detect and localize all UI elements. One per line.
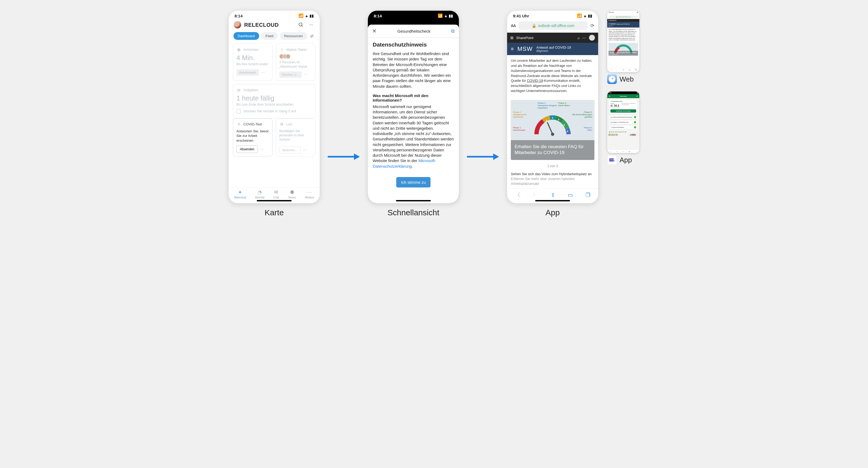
modal-sheet: ✕ Gesundheitscheck ⧉ Datenschutzhinweis … — [368, 25, 459, 203]
side-app-block: 4:39▮ ⚙Startseite✉ ⏱ Arbeitsfreie Zeit U… — [607, 92, 639, 165]
mini-app-header: ⚙Startseite✉ — [607, 94, 639, 98]
privacy-p1: Ihre Gesundheit und Ihr Wohlbefinden sin… — [373, 51, 454, 89]
svg-text:3: 3 — [552, 116, 553, 119]
ausstempeln-button[interactable]: Ausstempeln — [237, 69, 259, 76]
tab-weitere[interactable]: ⋯Weitere — [305, 189, 314, 199]
teams-app-icon: T — [607, 155, 617, 165]
svg-point-12 — [613, 158, 614, 160]
chat-icon: ✉ — [274, 189, 278, 195]
side-column: 9:41 Uhr▮ 🔒 outlook-sdf.office.com ⊞ Sha… — [607, 11, 639, 165]
more-icon: ⋯ — [307, 189, 312, 195]
mini-tabbar: ✦◔✉▣⋯ — [607, 149, 639, 153]
search-icon[interactable]: ⌕ — [578, 36, 580, 40]
mini-request-button[interactable]: Arbeitsfreie Zeit anfragen — [611, 109, 636, 112]
modal-body: Datenschutzhinweis Ihre Gesundheit und I… — [368, 38, 459, 203]
side-web-block: 9:41 Uhr▮ 🔒 outlook-sdf.office.com ⊞ Sha… — [607, 11, 639, 84]
wifi-icon: ▲ — [583, 14, 587, 18]
sharepoint-topbar: ⊞ SharePoint ⌕ ⋯ — [507, 33, 598, 43]
tabs-icon[interactable]: ❐ — [586, 192, 590, 198]
phone3-content: AA 🔒 outlook-sdf.office.com ⟳ ⊞ SharePoi… — [507, 20, 598, 203]
card-more-icon[interactable]: ⋯ — [260, 147, 264, 152]
menu-icon[interactable]: ≡ — [511, 46, 514, 52]
tab-relecloud[interactable]: ✦Relecloud — [234, 189, 246, 199]
card-more-icon[interactable]: ⋯ — [303, 148, 307, 152]
app-launcher-icon[interactable]: ⊞ — [510, 36, 514, 40]
side-label-app: App — [620, 156, 632, 164]
card-more-icon[interactable]: ⋯ — [304, 72, 308, 77]
tab-chat[interactable]: ✉Chat — [273, 189, 279, 199]
back-icon[interactable]: 〈 — [515, 191, 520, 198]
bookmarks-icon[interactable]: ▭ — [568, 192, 573, 198]
status-time: 8:14 — [374, 14, 382, 18]
agree-button[interactable]: Ich stimme zu — [396, 177, 431, 188]
svg-text:5: 5 — [564, 124, 565, 126]
chip-dashboard[interactable]: Dashboard — [234, 32, 259, 40]
task-row[interactable]: Stocken Sie Vorräte in Gang 5 auf — [237, 107, 312, 115]
privacy-p2: Microsoft sammelt nur genügend Informati… — [373, 104, 454, 169]
mini-row-1[interactable]: ▤ Arbeitszeittabellengenehmigungen2 — [609, 115, 638, 119]
mini-intro: Um unsere Mitarbeiter auf dem Laufenden … — [607, 28, 639, 42]
absenden-button[interactable]: Absenden — [237, 145, 258, 153]
forward-icon[interactable]: 〉 — [533, 191, 538, 198]
wifi-icon: ▲ — [305, 14, 308, 18]
mini-phone-app: 4:39▮ ⚙Startseite✉ ⏱ Arbeitsfreie Zeit U… — [607, 92, 639, 153]
card-covid-test[interactable]: ⚕COVID-Test Antworten Sie, bevor Sie zur… — [233, 119, 273, 157]
refresh-icon[interactable]: ⟳ — [590, 23, 594, 29]
arrow-icon — [328, 154, 360, 159]
card-schichten[interactable]: ▦Schichten 4 Min. Bis Ihre Schicht endet… — [233, 43, 273, 81]
people-avatars — [279, 54, 312, 59]
svg-point-1 — [312, 35, 313, 36]
diagram-stage: 8:14 📶 ▲ ▮▮ RELECLOUD ⋯ Dashboard — [8, 11, 860, 217]
battery-icon: ▮▮ — [588, 14, 592, 18]
avatar[interactable] — [234, 21, 242, 29]
status-time: 8:14 — [235, 14, 243, 18]
status-time: 9:41 Uhr — [513, 14, 529, 18]
text-size-icon[interactable]: AA — [511, 24, 516, 28]
caption-schnell: Schnellansicht — [388, 208, 439, 217]
close-icon[interactable]: ✕ — [372, 28, 377, 34]
covid-link[interactable]: COVID-19 — [527, 79, 543, 82]
mini-url[interactable]: 🔒 outlook-sdf.office.com — [609, 15, 638, 18]
tab-aktivitaet[interactable]: ◔Aktivität — [255, 189, 265, 199]
chip-feed[interactable]: Feed — [261, 32, 278, 40]
mini-hero: Erhalten Sie die neuesten FAQ für Mitarb… — [609, 43, 638, 56]
phase-gauge: Phase 1: Geschlossen Phase 2: Obligatori… — [511, 100, 594, 140]
druecken-button[interactable]: Drücken, u… — [279, 71, 302, 78]
search-icon[interactable] — [297, 21, 305, 29]
open-external-icon[interactable]: ⧉ — [451, 28, 455, 34]
calendar-icon: ▦ — [237, 47, 241, 52]
chip-ressourcen[interactable]: Ressourcen — [280, 32, 307, 40]
filter-settings-icon[interactable] — [309, 33, 315, 39]
privacy-subheading: Was macht Microsoft mit den Informatione… — [373, 93, 454, 102]
home-indicator[interactable] — [535, 200, 570, 201]
phone-schnell: 8:14 📶 ▲ ▮▮ ✕ Gesundheitscheck ⧉ Datensc… — [368, 11, 459, 203]
mini-row-3[interactable]: ✎ Unterschriftanfragen1 — [609, 125, 638, 129]
card-aufgaben[interactable]: ▤Aufgaben 1 heute fällig Bis zum Ende Ih… — [233, 84, 315, 119]
more-icon[interactable]: ⋯ — [582, 36, 586, 40]
signal-icon: 📶 — [438, 13, 443, 18]
more-icon[interactable]: ⋯ — [307, 21, 315, 29]
hero-card[interactable]: Phase 1: Geschlossen Phase 2: Obligatori… — [511, 100, 594, 160]
checkbox-icon[interactable] — [237, 109, 241, 113]
home-indicator[interactable] — [396, 200, 431, 201]
card-walkie[interactable]: ▯Walkie-Talkie 3 Personen im „Warehouse"… — [276, 43, 315, 81]
status-icons: 📶 ▲ ▮▮ — [577, 13, 592, 18]
share-icon[interactable]: ⇪ — [551, 192, 555, 198]
tab-teams[interactable]: ⚉Teams — [288, 189, 296, 199]
card-lob[interactable]: ✪Lob Bestätigen Sie jemanden in Ihrer Sc… — [276, 119, 315, 157]
svg-text:T: T — [610, 159, 612, 161]
home-indicator[interactable] — [257, 200, 291, 201]
sprechen-button[interactable]: Sprechen… — [279, 146, 301, 154]
connect-icon: ✦ — [238, 189, 242, 195]
svg-point-0 — [299, 23, 302, 26]
signal-icon: 📶 — [299, 13, 304, 18]
card-more-icon[interactable]: ⋯ — [261, 70, 265, 75]
hero-caption: Erhalten Sie die neuesten FAQ für Mitarb… — [511, 140, 594, 160]
avatar[interactable] — [589, 35, 595, 41]
mini-row-2[interactable]: ▥ Anfrage für Arbeitsfreie Zeit1 — [609, 120, 638, 124]
url-field[interactable]: 🔒 outlook-sdf.office.com — [518, 22, 588, 30]
battery-icon: ▮▮ — [449, 14, 453, 18]
svg-text:6: 6 — [567, 130, 568, 133]
site-logo[interactable]: MSW — [518, 45, 533, 53]
phone-app: 9:41 Uhr 📶 ▲ ▮▮ AA 🔒 outlook-sdf.office.… — [507, 11, 598, 203]
